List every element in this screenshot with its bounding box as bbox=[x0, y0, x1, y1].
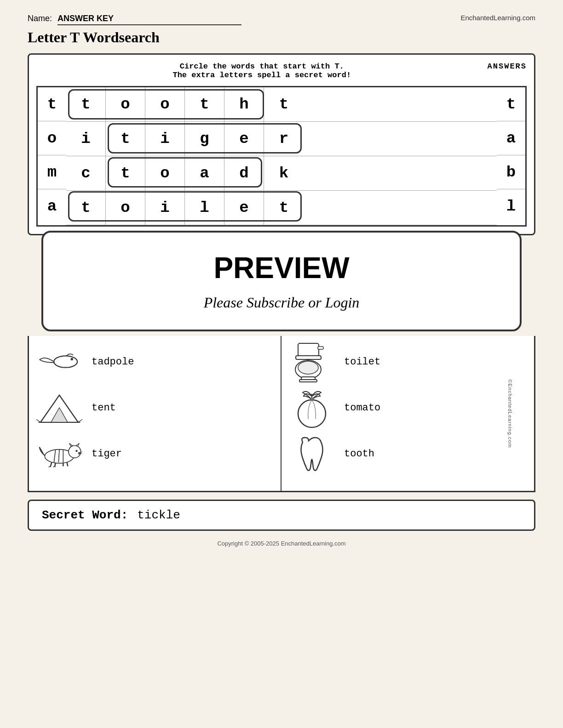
cell-2-1: t bbox=[106, 156, 145, 190]
svg-line-7 bbox=[36, 419, 40, 422]
instruction-row: Circle the words that start with T. The … bbox=[36, 62, 527, 80]
toilet-image bbox=[289, 343, 335, 380]
cell-3-3: l bbox=[185, 191, 224, 225]
svg-line-24 bbox=[49, 466, 51, 467]
cell-1-2: i bbox=[145, 122, 185, 156]
svg-point-13 bbox=[75, 450, 77, 452]
left-cell-2: m bbox=[38, 155, 66, 189]
grid-row-1: i t i g e r bbox=[66, 122, 497, 156]
svg-line-20 bbox=[51, 462, 52, 466]
cell-0-0: t bbox=[66, 87, 106, 121]
tiger-image bbox=[36, 435, 82, 472]
secret-word-label: Secret Word: bbox=[42, 508, 128, 522]
name-line: Name: ANSWER KEY bbox=[28, 14, 241, 25]
tiger-left-row: tiger bbox=[36, 435, 273, 472]
grid-row-3: t o i l e t bbox=[66, 191, 497, 225]
svg-point-0 bbox=[54, 356, 77, 367]
grid-row-0: t o o t h t bbox=[66, 87, 497, 122]
tadpole-label: tadpole bbox=[92, 356, 134, 368]
cell-1-4: e bbox=[224, 122, 264, 156]
grid-main: t o o t h t i t i g e r c bbox=[66, 86, 497, 227]
answers-label: ANSWERS bbox=[488, 62, 527, 71]
svg-point-36 bbox=[298, 400, 326, 427]
cell-0-3: t bbox=[185, 87, 224, 121]
site-url: EnchantedLearning.com bbox=[460, 14, 535, 22]
cell-0-4: h bbox=[224, 87, 264, 121]
secret-word-value: tickle bbox=[137, 508, 180, 522]
images-right: toilet tomato bbox=[282, 336, 534, 491]
cell-1-0: i bbox=[66, 122, 106, 156]
svg-line-27 bbox=[55, 466, 56, 467]
svg-rect-29 bbox=[296, 356, 321, 359]
toilet-label: toilet bbox=[344, 356, 380, 368]
right-column: t a b l bbox=[497, 86, 527, 227]
svg-line-25 bbox=[51, 466, 51, 467]
cell-0-5: t bbox=[264, 87, 304, 121]
tomato-row: tomato bbox=[289, 389, 527, 426]
wordsearch-container: Circle the words that start with T. The … bbox=[28, 53, 535, 235]
instruction-line2: The extra letters spell a secret word! bbox=[36, 71, 488, 80]
right-cell-2: b bbox=[497, 155, 525, 189]
svg-marker-12 bbox=[76, 444, 80, 447]
left-column: t o m a bbox=[36, 86, 66, 227]
tadpole-image bbox=[36, 343, 82, 380]
cell-3-4: e bbox=[224, 191, 264, 225]
cell-1-5: r bbox=[264, 122, 304, 156]
cell-0-2: o bbox=[145, 87, 185, 121]
tooth-row: tooth bbox=[289, 435, 527, 472]
tiger-label: tiger bbox=[92, 448, 122, 460]
svg-line-21 bbox=[55, 463, 56, 466]
cell-3-5: t bbox=[264, 191, 304, 225]
cell-2-0: c bbox=[66, 156, 106, 190]
name-value: ANSWER KEY bbox=[57, 14, 241, 25]
images-left: tadpole tent bbox=[29, 336, 282, 491]
cell-1-3: g bbox=[185, 122, 224, 156]
cell-2-2: o bbox=[145, 156, 185, 190]
tomato-label: tomato bbox=[344, 402, 380, 414]
cell-2-4: d bbox=[224, 156, 264, 190]
toilet-row: toilet bbox=[289, 343, 527, 380]
secret-word-bar: Secret Word: tickle bbox=[28, 500, 535, 531]
svg-line-26 bbox=[53, 466, 55, 467]
tomato-image bbox=[289, 389, 335, 426]
svg-rect-28 bbox=[298, 343, 319, 356]
preview-title: PREVIEW bbox=[71, 251, 492, 285]
left-cell-1: o bbox=[38, 121, 66, 155]
svg-point-31 bbox=[298, 361, 318, 374]
tooth-image bbox=[289, 435, 335, 472]
page-header: Name: ANSWER KEY EnchantedLearning.com bbox=[28, 14, 535, 25]
svg-line-23 bbox=[67, 462, 68, 466]
svg-rect-34 bbox=[318, 347, 323, 349]
images-section: tadpole tent bbox=[28, 336, 535, 492]
cell-0-1: o bbox=[106, 87, 145, 121]
tent-image bbox=[36, 389, 82, 426]
preview-overlay: PREVIEW Please Subscribe or Login bbox=[41, 231, 522, 331]
tooth-label: tooth bbox=[344, 448, 374, 460]
svg-point-1 bbox=[71, 358, 73, 360]
side-text-vertical: ©EnchantedLearning.com bbox=[507, 379, 512, 448]
grid-row-2: c t o a d k bbox=[66, 156, 497, 191]
cell-2-5: k bbox=[264, 156, 304, 190]
preview-subtitle: Please Subscribe or Login bbox=[71, 294, 492, 311]
right-cell-0: t bbox=[497, 87, 525, 121]
tent-label: tent bbox=[92, 402, 116, 414]
instruction-line1: Circle the words that start with T. bbox=[36, 62, 488, 71]
cell-2-3: a bbox=[185, 156, 224, 190]
cell-3-2: i bbox=[145, 191, 185, 225]
cell-3-0: t bbox=[66, 191, 106, 225]
left-cell-3: a bbox=[38, 189, 66, 223]
name-label: Name: bbox=[28, 14, 52, 23]
svg-point-10 bbox=[69, 446, 81, 458]
page-title: Letter T Wordsearch bbox=[28, 29, 535, 46]
left-cell-0: t bbox=[38, 87, 66, 121]
wordsearch-grid: t o m a t o o t h t i t i g bbox=[36, 86, 527, 227]
svg-line-8 bbox=[78, 419, 82, 422]
right-cell-3: l bbox=[497, 189, 525, 223]
tent-row: tent bbox=[36, 389, 273, 426]
cell-1-1: t bbox=[106, 122, 145, 156]
right-cell-1: a bbox=[497, 121, 525, 155]
copyright: Copyright © 2005-2025 EnchantedLearning.… bbox=[28, 540, 535, 547]
svg-rect-33 bbox=[299, 380, 317, 382]
tadpole-row: tadpole bbox=[36, 343, 273, 380]
svg-marker-11 bbox=[69, 444, 73, 447]
